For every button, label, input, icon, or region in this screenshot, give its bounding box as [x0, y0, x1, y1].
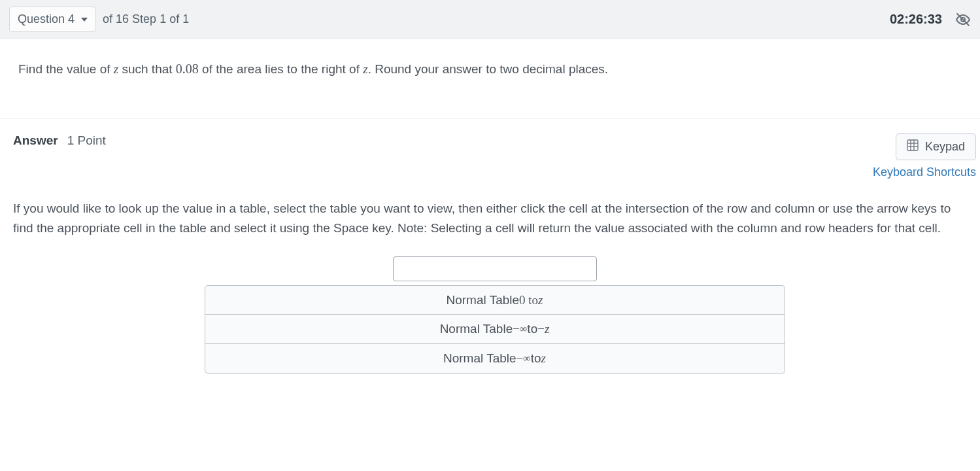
question-label: Question 4: [18, 12, 75, 26]
svg-rect-2: [907, 140, 918, 150]
keypad-icon: [907, 139, 919, 154]
normal-table-neginf-to-negz[interactable]: Normal Table −∞ to −z: [205, 315, 785, 344]
points-label: 1 Point: [67, 133, 106, 148]
answer-input[interactable]: [393, 256, 597, 281]
question-dropdown[interactable]: Question 4: [9, 7, 96, 32]
keypad-label: Keypad: [925, 140, 965, 154]
question-header: Question 4 of 16 Step 1 of 1 02:26:33: [0, 0, 980, 39]
table-instructions: If you would like to look up the value i…: [13, 199, 976, 239]
keyboard-shortcuts-link[interactable]: Keyboard Shortcuts: [873, 166, 976, 179]
table-buttons: Normal Table 0 to z Normal Table −∞ to −…: [205, 285, 785, 374]
question-text: Find the value of z such that 0.08 of th…: [0, 39, 980, 119]
chevron-down-icon: [81, 18, 88, 22]
normal-table-0-to-z[interactable]: Normal Table 0 to z: [205, 285, 785, 315]
answer-section: Answer 1 Point Keypad Keyboard Shortcuts…: [0, 119, 980, 394]
answer-header: Answer 1 Point Keypad Keyboard Shortcuts: [13, 133, 976, 179]
keypad-button[interactable]: Keypad: [896, 133, 976, 160]
eye-off-icon[interactable]: [955, 12, 971, 27]
step-indicator: of 16 Step 1 of 1: [103, 12, 189, 26]
answer-label: Answer: [13, 133, 58, 148]
normal-table-neginf-to-z[interactable]: Normal Table −∞ to z: [205, 344, 785, 374]
timer: 02:26:33: [890, 12, 942, 27]
